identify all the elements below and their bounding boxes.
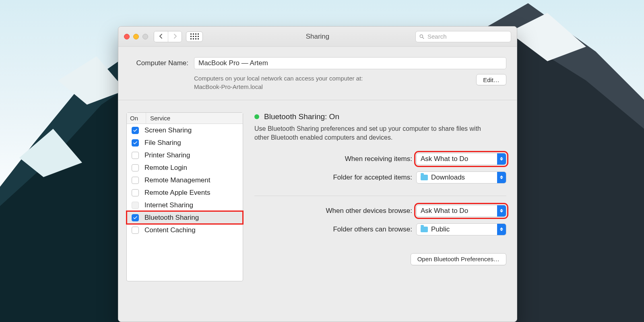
service-row[interactable]: Internet Sharing (127, 199, 243, 211)
computer-name-input[interactable] (194, 57, 506, 69)
when-browse-value: Ask What to Do (421, 207, 468, 215)
folder-icon (421, 175, 428, 180)
search-field[interactable] (415, 31, 511, 42)
service-row[interactable]: Printer Sharing (127, 149, 243, 161)
service-checkbox (132, 202, 139, 209)
svg-marker-3 (19, 129, 82, 177)
service-row[interactable]: Bluetooth Sharing (127, 211, 243, 224)
accepted-folder-popup[interactable]: Downloads (416, 171, 506, 184)
service-row[interactable]: Remote Management (127, 174, 243, 186)
zoom-button (142, 34, 148, 39)
edit-hostname-button[interactable]: Edit… (476, 74, 506, 85)
service-description: Use Bluetooth Sharing preferences and se… (254, 124, 488, 142)
browse-folder-value: Public (431, 225, 450, 233)
service-label: Remote Login (144, 164, 187, 172)
search-input[interactable] (427, 33, 508, 40)
accepted-folder-value: Downloads (431, 173, 465, 182)
services-col-service: Service (146, 113, 243, 124)
chevron-updown-icon (497, 153, 506, 165)
grid-icon (190, 33, 199, 39)
show-all-button[interactable] (186, 31, 203, 42)
status-dot-icon (254, 114, 259, 119)
when-browse-label: When other devices browse: (291, 207, 412, 215)
forward-button[interactable] (168, 31, 182, 42)
browse-folder-popup[interactable]: Public (416, 223, 506, 235)
svg-marker-6 (509, 13, 586, 61)
services-list: On Service Screen SharingFile SharingPri… (126, 112, 243, 281)
service-checkbox[interactable] (132, 164, 139, 171)
back-button[interactable] (154, 31, 168, 42)
when-receiving-value: Ask What to Do (421, 155, 468, 163)
service-label: File Sharing (144, 139, 181, 147)
service-detail-pane: Bluetooth Sharing: On Use Bluetooth Shar… (254, 112, 506, 310)
service-row[interactable]: Remote Login (127, 161, 243, 174)
service-checkbox[interactable] (132, 214, 139, 221)
service-label: Internet Sharing (144, 201, 193, 209)
services-body: Screen SharingFile SharingPrinter Sharin… (127, 124, 243, 236)
service-checkbox[interactable] (132, 127, 139, 134)
nav-segment (154, 31, 182, 42)
close-button[interactable] (124, 34, 130, 39)
service-checkbox[interactable] (132, 177, 139, 184)
service-row[interactable]: File Sharing (127, 136, 243, 149)
service-checkbox[interactable] (132, 139, 139, 147)
local-hostname-note: Computers on your local network can acce… (194, 74, 476, 91)
when-browse-popup[interactable]: Ask What to Do (416, 205, 506, 217)
chevron-updown-icon (497, 224, 506, 235)
browse-folder-label: Folder others can browse: (291, 225, 412, 233)
service-label: Printer Sharing (144, 151, 190, 159)
svg-marker-2 (58, 56, 126, 105)
service-label: Content Caching (144, 226, 196, 234)
services-col-on: On (127, 113, 146, 124)
service-checkbox[interactable] (132, 152, 139, 159)
service-checkbox[interactable] (132, 227, 139, 234)
sharing-preferences-window: Sharing Computer Name: Computers on your… (118, 26, 517, 322)
titlebar: Sharing (118, 27, 517, 47)
status-title: Bluetooth Sharing: On (264, 112, 339, 121)
svg-line-8 (423, 37, 424, 39)
separator (254, 196, 506, 196)
service-row[interactable]: Screen Sharing (127, 124, 243, 136)
service-checkbox[interactable] (132, 189, 139, 196)
service-row[interactable]: Content Caching (127, 224, 243, 236)
service-row[interactable]: Remote Apple Events (127, 186, 243, 199)
chevron-updown-icon (497, 205, 506, 217)
when-receiving-label: When receiving items: (291, 155, 412, 163)
accepted-folder-label: Folder for accepted items: (291, 173, 412, 182)
computer-name-label: Computer Name: (129, 59, 188, 67)
main-content: On Service Screen SharingFile SharingPri… (118, 100, 517, 322)
chevron-updown-icon (497, 172, 506, 183)
open-bluetooth-prefs-button[interactable]: Open Bluetooth Preferences… (411, 253, 506, 265)
service-label: Bluetooth Sharing (144, 214, 199, 222)
computer-name-section: Computer Name: Computers on your local n… (118, 47, 517, 100)
search-icon (419, 34, 425, 39)
minimize-button[interactable] (133, 34, 139, 39)
services-header: On Service (127, 113, 243, 124)
svg-point-7 (420, 35, 423, 37)
service-label: Remote Apple Events (144, 189, 210, 197)
when-receiving-popup[interactable]: Ask What to Do (416, 153, 506, 165)
service-label: Screen Sharing (144, 126, 192, 134)
service-label: Remote Management (144, 176, 210, 184)
folder-icon (421, 227, 428, 232)
